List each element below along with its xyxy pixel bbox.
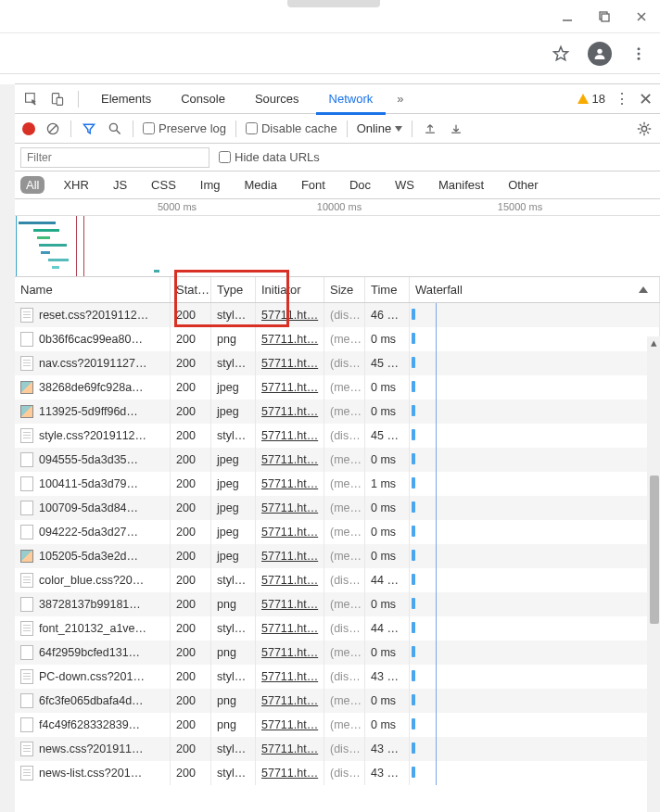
table-row[interactable]: 6fc3fe065dbafa4d…200png57711.ht…(me…0 ms [15, 689, 660, 713]
cell-initiator[interactable]: 57711.ht… [256, 472, 324, 496]
table-row[interactable]: 100709-5da3d84…200jpeg57711.ht…(me…0 ms [15, 496, 660, 520]
cell-initiator[interactable]: 57711.ht… [256, 737, 324, 761]
network-settings-icon[interactable] [636, 121, 653, 137]
devtools-menu-icon[interactable]: ⋮ [611, 88, 633, 110]
network-overview[interactable]: 5000 ms10000 ms15000 ms [15, 199, 660, 277]
cell-size: (me… [324, 544, 365, 568]
column-time[interactable]: Time [365, 277, 410, 302]
table-row[interactable]: reset.css?2019112…200styl…57711.ht…(dis…… [15, 303, 660, 327]
filter-icon[interactable] [81, 121, 97, 137]
search-icon[interactable] [107, 121, 123, 137]
table-row[interactable]: style.css?2019112…200styl…57711.ht…(dis…… [15, 424, 660, 448]
svg-rect-2 [602, 14, 609, 21]
window-maximize-button[interactable] [597, 9, 612, 24]
cell-name: 113925-5d9ff96d… [15, 400, 171, 424]
tab-network[interactable]: Network [316, 84, 387, 114]
cell-time: 44 … [365, 568, 410, 592]
type-filter-all[interactable]: All [20, 176, 44, 194]
type-filter-media[interactable]: Media [238, 176, 282, 194]
table-row[interactable]: nav.css?20191127…200styl…57711.ht…(dis…4… [15, 351, 660, 375]
tab-sources[interactable]: Sources [242, 84, 312, 114]
table-row[interactable]: 38268de69fc928a…200jpeg57711.ht…(me…0 ms [15, 375, 660, 400]
disable-cache-checkbox[interactable]: Disable cache [246, 121, 337, 135]
table-row[interactable]: news.css?201911…200styl…57711.ht…(dis…43… [15, 737, 660, 761]
window-minimize-button[interactable] [560, 9, 575, 24]
cell-initiator[interactable]: 57711.ht… [256, 327, 324, 351]
devtools-close-icon[interactable]: ✕ [639, 89, 653, 109]
download-har-icon[interactable] [448, 121, 464, 137]
cell-status: 200 [171, 665, 211, 689]
cell-initiator[interactable]: 57711.ht… [256, 713, 324, 737]
hide-data-urls-checkbox[interactable]: Hide data URLs [219, 150, 320, 164]
column-initiator[interactable]: Initiator [256, 277, 324, 302]
record-button[interactable] [22, 122, 35, 135]
scroll-up-icon[interactable]: ▴ [648, 336, 659, 348]
cell-initiator[interactable]: 57711.ht… [256, 496, 324, 520]
table-row[interactable]: 113925-5d9ff96d…200jpeg57711.ht…(me…0 ms [15, 400, 660, 424]
type-filter-js[interactable]: JS [108, 176, 133, 194]
table-row[interactable]: news-list.css?201…200styl…57711.ht…(dis…… [15, 761, 660, 785]
type-filter-manifest[interactable]: Manifest [433, 176, 489, 194]
cell-size: (me… [324, 375, 365, 400]
cell-initiator[interactable]: 57711.ht… [256, 665, 324, 689]
file-icon [20, 381, 33, 394]
tabs-overflow-icon[interactable]: » [389, 92, 411, 106]
cell-initiator[interactable]: 57711.ht… [256, 689, 324, 713]
window-close-button[interactable] [634, 9, 649, 24]
type-filter-css[interactable]: CSS [146, 176, 182, 194]
device-toggle-icon[interactable] [46, 88, 69, 110]
table-row[interactable]: PC-down.css?201…200styl…57711.ht…(dis…43… [15, 665, 660, 689]
account-avatar-icon[interactable] [588, 42, 612, 66]
table-row[interactable]: font_210132_a1ve…200styl…57711.ht…(dis…4… [15, 616, 660, 641]
table-row[interactable]: f4c49f628332839…200png57711.ht…(me…0 ms [15, 713, 660, 737]
scrollbar-track[interactable]: ▴ [647, 336, 660, 812]
table-row[interactable]: 0b36f6cac99ea80…200png57711.ht…(me…0 ms [15, 327, 660, 351]
inspect-element-icon[interactable] [20, 88, 43, 110]
table-row[interactable]: color_blue.css?20…200styl…57711.ht…(dis…… [15, 568, 660, 592]
table-row[interactable]: 64f2959bcfed131…200png57711.ht…(me…0 ms [15, 641, 660, 665]
filter-input[interactable] [20, 147, 209, 168]
table-row[interactable]: 094222-5da3d27…200jpeg57711.ht…(me…0 ms [15, 520, 660, 544]
cell-initiator[interactable]: 57711.ht… [256, 351, 324, 375]
warning-triangle-icon [578, 94, 589, 104]
type-filter-ws[interactable]: WS [389, 176, 420, 194]
table-row[interactable]: 38728137b99181…200png57711.ht…(me…0 ms [15, 592, 660, 616]
cell-initiator[interactable]: 57711.ht… [256, 448, 324, 472]
table-row[interactable]: 094555-5da3d35…200jpeg57711.ht…(me…0 ms [15, 448, 660, 472]
cell-initiator[interactable]: 57711.ht… [256, 424, 324, 448]
column-type[interactable]: Type [211, 277, 256, 302]
cell-initiator[interactable]: 57711.ht… [256, 568, 324, 592]
tab-console[interactable]: Console [168, 84, 238, 114]
table-row[interactable]: 100411-5da3d79…200jpeg57711.ht…(me…1 ms [15, 472, 660, 496]
cell-initiator[interactable]: 57711.ht… [256, 641, 324, 665]
column-waterfall[interactable]: Waterfall [410, 277, 660, 302]
column-name[interactable]: Name [15, 277, 171, 302]
cell-initiator[interactable]: 57711.ht… [256, 303, 324, 327]
type-filter-other[interactable]: Other [502, 176, 544, 194]
network-toolbar: Preserve log Disable cache Online [15, 114, 660, 144]
cell-initiator[interactable]: 57711.ht… [256, 592, 324, 616]
cell-initiator[interactable]: 57711.ht… [256, 544, 324, 568]
cell-initiator[interactable]: 57711.ht… [256, 375, 324, 400]
request-name: 38728137b99181… [39, 598, 141, 611]
type-filter-xhr[interactable]: XHR [57, 176, 94, 194]
preserve-log-checkbox[interactable]: Preserve log [143, 121, 226, 135]
type-filter-img[interactable]: Img [195, 176, 226, 194]
scrollbar-thumb[interactable] [650, 476, 659, 624]
type-filter-font[interactable]: Font [296, 176, 331, 194]
column-status[interactable]: Stat… [171, 277, 211, 302]
type-filter-doc[interactable]: Doc [344, 176, 376, 194]
cell-initiator[interactable]: 57711.ht… [256, 761, 324, 785]
clear-icon[interactable] [44, 121, 61, 137]
upload-har-icon[interactable] [422, 121, 438, 137]
browser-menu-icon[interactable] [628, 44, 649, 64]
throttling-select[interactable]: Online [357, 121, 403, 135]
bookmark-star-icon[interactable] [551, 44, 571, 64]
cell-initiator[interactable]: 57711.ht… [256, 520, 324, 544]
cell-initiator[interactable]: 57711.ht… [256, 616, 324, 641]
tab-elements[interactable]: Elements [88, 84, 164, 114]
column-size[interactable]: Size [324, 277, 365, 302]
table-row[interactable]: 105205-5da3e2d…200jpeg57711.ht…(me…0 ms [15, 544, 660, 568]
warnings-badge[interactable]: 18 [578, 92, 605, 106]
cell-initiator[interactable]: 57711.ht… [256, 400, 324, 424]
